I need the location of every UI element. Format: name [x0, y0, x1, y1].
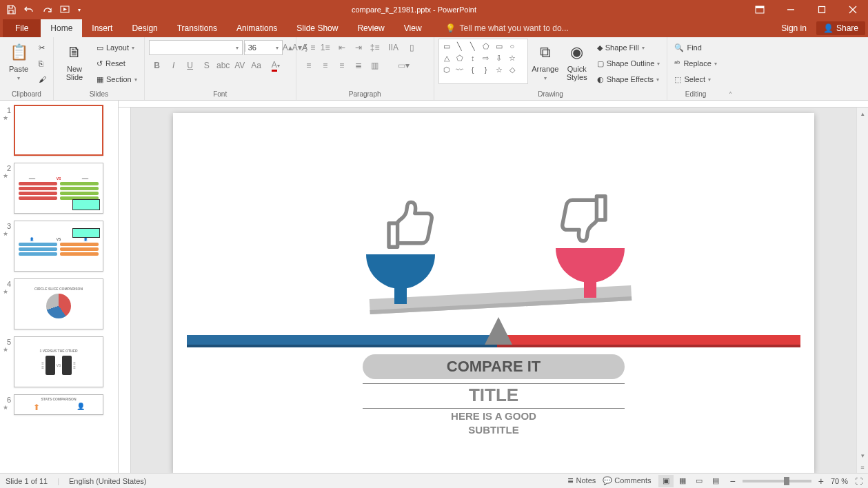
blue-bar[interactable]	[187, 335, 497, 347]
undo-button[interactable]	[21, 1, 37, 18]
slide-thumbnails-panel[interactable]: 1★ COMPARE ITTITLE 2★ ━━━VS━━━ 3★ 👤VS👤	[0, 101, 119, 473]
font-color-button[interactable]: A ▾	[265, 58, 287, 73]
layout-button[interactable]: ▭Layout ▾	[94, 40, 140, 55]
underline-button[interactable]: U	[182, 58, 199, 73]
thumbnail-4[interactable]: CIRCLE SLICE COMPARISON	[14, 278, 103, 329]
thumbnail-2[interactable]: ━━━VS━━━	[14, 163, 103, 214]
tab-insert[interactable]: Insert	[82, 19, 122, 37]
minimize-button[interactable]	[775, 0, 806, 19]
slideshow-view-button[interactable]: ▤	[708, 475, 723, 487]
decrease-indent-button[interactable]: ⇤	[334, 40, 350, 55]
thumbnail-6[interactable]: STATS COMPARISON ⬆👤	[14, 394, 103, 415]
slide-subtitle[interactable]: HERE IS A GOODSUBTITLE	[173, 409, 814, 436]
tab-review[interactable]: Review	[347, 19, 394, 37]
horizontal-ruler[interactable]	[119, 101, 868, 108]
section-button[interactable]: ▦Section ▾	[94, 72, 140, 87]
bold-button[interactable]: B	[149, 58, 165, 73]
sign-in-button[interactable]: Sign in	[774, 23, 814, 33]
shapes-gallery[interactable]: ▭╲╲⬠▭○ △⬠↕⇨⇩☆ ⬡〰{}☆◇	[438, 39, 528, 84]
slide-indicator[interactable]: Slide 1 of 11	[6, 477, 48, 485]
vertical-scrollbar[interactable]: ▴ ▾ ≡	[856, 108, 868, 473]
thumbnail-3[interactable]: 👤VS👤	[14, 221, 103, 272]
thumbs-down-icon[interactable]	[556, 189, 618, 261]
find-button[interactable]: 🔍Find	[672, 40, 719, 55]
tab-transitions[interactable]: Transitions	[168, 19, 227, 37]
reading-view-button[interactable]: ▭	[692, 475, 707, 487]
sorter-view-button[interactable]: ▦	[675, 475, 690, 487]
change-case-button[interactable]: Aa	[248, 58, 265, 73]
shape-effects-button[interactable]: ◐Shape Effects ▾	[594, 72, 663, 87]
redo-button[interactable]	[39, 1, 55, 18]
tab-slideshow[interactable]: Slide Show	[287, 19, 347, 37]
thumbs-up-icon[interactable]	[376, 192, 438, 264]
zoom-level[interactable]: 70 %	[831, 477, 848, 485]
increase-font-button[interactable]: A▴	[283, 40, 292, 55]
tab-view[interactable]: View	[394, 19, 432, 37]
numbering-button[interactable]: 1≡	[317, 40, 334, 55]
close-button[interactable]	[837, 0, 868, 19]
align-center-button[interactable]: ≡	[317, 58, 334, 73]
zoom-out-button[interactable]: −	[730, 476, 736, 487]
share-button[interactable]: 👤 Share	[816, 21, 865, 35]
normal-view-button[interactable]: ▣	[658, 475, 674, 487]
tab-animations[interactable]: Animations	[227, 19, 287, 37]
fit-to-window-button[interactable]: ⛶	[855, 477, 862, 485]
replace-button[interactable]: ᵃᵇReplace ▾	[672, 56, 719, 71]
cut-button[interactable]: ✂	[36, 40, 49, 55]
qat-customize-button[interactable]: ▾	[74, 1, 84, 18]
justify-button[interactable]: ≣	[350, 58, 367, 73]
red-bar[interactable]	[497, 335, 800, 347]
shape-outline-button[interactable]: ▢Shape Outline ▾	[594, 56, 663, 71]
thumbnail-5[interactable]: 1 VERSUS THE OTHER ≡≡VS≡≡	[14, 336, 103, 387]
increase-indent-button[interactable]: ⇥	[350, 40, 367, 55]
tab-file[interactable]: File	[3, 19, 41, 37]
strikethrough-button[interactable]: S	[199, 58, 215, 73]
notes-button[interactable]: ≣ Notes	[567, 476, 596, 485]
zoom-slider[interactable]	[743, 480, 811, 482]
font-size-combo[interactable]: 36▾	[244, 40, 283, 55]
slide-editor[interactable]: COMPARE IT TITLE HERE IS A GOODSUBTITLE	[131, 108, 856, 473]
copy-button[interactable]: ⎘	[36, 56, 49, 71]
shadow-button[interactable]: abc	[215, 58, 232, 73]
arrange-button[interactable]: ⧉ Arrange▾	[531, 39, 560, 89]
smartart-button[interactable]: ▭▾	[383, 58, 425, 73]
align-right-button[interactable]: ≡	[334, 58, 350, 73]
language-indicator[interactable]: English (United States)	[69, 477, 147, 485]
italic-button[interactable]: I	[165, 58, 182, 73]
ribbon-display-button[interactable]	[744, 0, 775, 19]
slide-title[interactable]: TITLE	[173, 385, 814, 406]
compare-pill[interactable]: COMPARE IT	[363, 354, 625, 379]
align-left-button[interactable]: ≡	[301, 58, 317, 73]
slide-canvas[interactable]: COMPARE IT TITLE HERE IS A GOODSUBTITLE	[173, 113, 814, 473]
save-button[interactable]	[3, 1, 19, 18]
tell-me-search[interactable]: 💡 Tell me what you want to do...	[445, 19, 569, 37]
thumbnail-1[interactable]: COMPARE ITTITLE	[14, 105, 103, 156]
next-slide-button[interactable]: ≡	[857, 461, 868, 473]
scroll-up-button[interactable]: ▴	[857, 108, 868, 119]
align-text-button[interactable]: ▯	[404, 40, 421, 55]
font-name-combo[interactable]: ▾	[149, 40, 243, 55]
bullets-button[interactable]: ⋮≡	[301, 40, 317, 55]
reset-button[interactable]: ↺Reset	[94, 56, 140, 71]
new-slide-button[interactable]: 🗎 New Slide	[58, 39, 91, 89]
paste-button[interactable]: 📋 Paste▾	[4, 39, 33, 89]
text-direction-button[interactable]: IIA	[383, 40, 404, 55]
collapse-ribbon-button[interactable]: ˄	[724, 37, 738, 100]
maximize-button[interactable]	[806, 0, 837, 19]
quick-styles-button[interactable]: ◉ Quick Styles	[563, 39, 592, 89]
scroll-down-button[interactable]: ▾	[857, 449, 868, 461]
scale-pivot[interactable]	[485, 317, 512, 345]
vertical-ruler[interactable]	[119, 108, 131, 473]
zoom-in-button[interactable]: +	[818, 476, 824, 487]
shape-fill-button[interactable]: ◆Shape Fill ▾	[594, 40, 663, 55]
spacing-button[interactable]: AV	[232, 58, 248, 73]
find-icon: 🔍	[674, 43, 684, 52]
format-painter-button[interactable]: 🖌	[36, 72, 49, 87]
comments-button[interactable]: 💬 Comments	[603, 476, 651, 485]
line-spacing-button[interactable]: ‡≡	[367, 40, 383, 55]
tab-home[interactable]: Home	[41, 19, 82, 37]
start-from-beginning-button[interactable]	[57, 1, 73, 18]
columns-button[interactable]: ▥	[367, 58, 383, 73]
tab-design[interactable]: Design	[122, 19, 167, 37]
select-button[interactable]: ⬚Select ▾	[672, 72, 719, 87]
